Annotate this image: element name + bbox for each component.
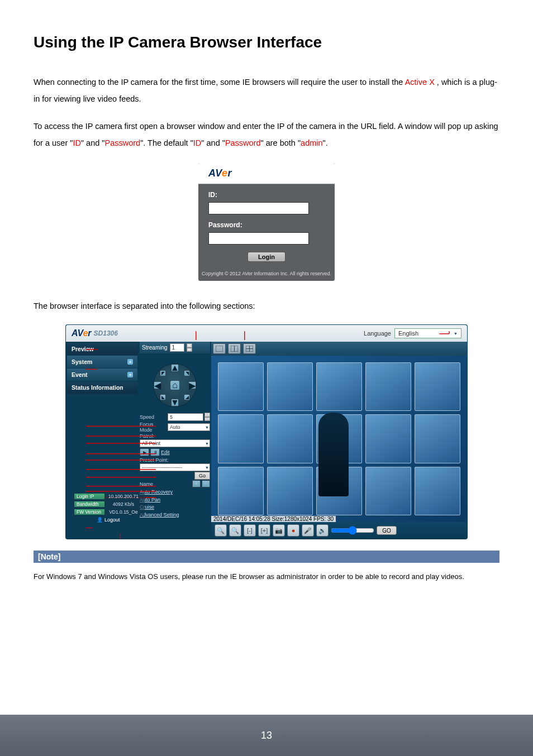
auto-pan-link[interactable]: Auto Pan: [140, 496, 210, 504]
id-input[interactable]: [208, 202, 309, 214]
sidebar-preview-label: Preview: [72, 346, 94, 352]
login-copyright: Copyright © 2012 AVer Information Inc. A…: [198, 267, 335, 281]
chevron-down-icon: ▼: [205, 466, 209, 470]
login-ip-value: 10.100.200.71: [104, 494, 142, 499]
patrol-value: All Point: [142, 441, 160, 446]
ptz-dial: ▲ ▼ ◀ ▶ ◤ ◥ ◣ ◢ ⌂: [153, 363, 197, 407]
ptz-downright-button[interactable]: ◢: [184, 394, 190, 400]
ptz-left-button[interactable]: ◀: [154, 381, 161, 389]
ptz-home-button[interactable]: ⌂: [170, 380, 180, 390]
video-timestamp: 2014/DEC/16 14:05:28 Size:1280x1024 FPS:…: [211, 516, 336, 522]
fw-label: FW Version: [74, 509, 104, 515]
language-select[interactable]: English ▼: [394, 328, 461, 338]
sidebar-item-event[interactable]: Event+: [67, 369, 137, 381]
play-button[interactable]: ▶: [140, 448, 149, 456]
paragraph-1: When connecting to the IP camera for the…: [34, 74, 499, 108]
p2-b: " and ": [81, 138, 105, 147]
language-label: Language: [364, 330, 391, 337]
note-title: [Note]: [34, 551, 499, 563]
volume-slider[interactable]: [331, 526, 374, 535]
ptz-up-button[interactable]: ▲: [171, 364, 179, 372]
cruise-link[interactable]: Cruise: [140, 504, 210, 511]
toolbar-go-button[interactable]: GO: [377, 526, 397, 535]
paragraph-2: To access the IP camera first open a bro…: [34, 118, 499, 152]
bandwidth-value: 4092 Kb/s: [104, 501, 142, 507]
p2-id: ID: [73, 138, 81, 147]
preset-select[interactable]: ------------------------▼: [140, 463, 210, 471]
p2-pw2: Password: [225, 138, 261, 147]
p1-activex: Active X: [405, 78, 435, 87]
layout-split-button[interactable]: [228, 343, 241, 354]
p2-id2: ID: [193, 138, 202, 147]
main-heading: Using the IP Camera Browser Interface: [34, 34, 499, 51]
page-number: 13: [261, 730, 272, 741]
p2-e: " are both ": [261, 138, 301, 147]
edit-link[interactable]: Edit: [161, 449, 170, 455]
chevron-down-icon: ▼: [205, 425, 209, 429]
streaming-value[interactable]: 1: [170, 343, 184, 352]
advanced-setting-link[interactable]: Advanced Setting: [140, 511, 210, 519]
sidebar-event-label: Event: [72, 371, 88, 378]
record-button[interactable]: ●: [287, 524, 299, 537]
sidebar: Preview System+ Event+ Status Informatio…: [66, 342, 139, 539]
zoom-out-button[interactable]: 🔍: [215, 524, 227, 537]
p2-f: ".: [323, 138, 328, 147]
bandwidth-label: Bandwidth: [74, 501, 104, 507]
sidebar-system-label: System: [72, 358, 92, 365]
sidebar-item-preview[interactable]: Preview: [67, 343, 137, 355]
add-preset-button[interactable]: +: [192, 480, 201, 487]
spin-down-icon[interactable]: ▼: [187, 348, 192, 352]
snapshot-button[interactable]: 📷: [273, 524, 285, 537]
auto-recovery-link[interactable]: Auto Recovery: [140, 489, 210, 496]
password-label: Password:: [208, 221, 325, 229]
login-button[interactable]: Login: [248, 252, 285, 262]
plus-icon: +: [127, 372, 133, 377]
login-ip-label: Login IP: [74, 494, 104, 499]
p2-c: ". The default ": [140, 138, 193, 147]
zoom-in-button[interactable]: 🔍: [229, 524, 241, 537]
fw-value: VD1.0.15_Oe: [104, 509, 142, 515]
video-preview: 2014/DEC/16 14:05:28 Size:1280x1024 FPS:…: [211, 356, 467, 522]
spin-up-icon[interactable]: ▲: [187, 343, 192, 348]
mic-button[interactable]: 🎤: [302, 524, 314, 537]
speaker-button[interactable]: 🔈: [316, 524, 329, 537]
preset-go-button[interactable]: Go: [194, 472, 210, 480]
focus-far-button[interactable]: [+]: [258, 524, 270, 537]
ptz-down-button[interactable]: ▼: [171, 399, 179, 406]
streaming-label: Streaming: [142, 344, 168, 351]
sidebar-item-status[interactable]: Status Information: [67, 381, 137, 394]
plus-icon: +: [127, 359, 133, 365]
id-label: ID:: [208, 191, 325, 199]
spin-up-icon[interactable]: ▲: [204, 413, 210, 417]
language-value: English: [398, 330, 418, 337]
p2-d: " and ": [201, 138, 225, 147]
controls-column: Streaming 1 ▲▼ ▲ ▼ ◀ ▶ ◤ ◥ ◣ ◢ ⌂: [139, 342, 211, 539]
sidebar-item-system[interactable]: System+: [67, 356, 137, 368]
status-info: Login IP10.100.200.71 Bandwidth4092 Kb/s…: [72, 492, 145, 524]
p2-pw: Password: [104, 138, 140, 147]
patrol-select[interactable]: All Point▼: [140, 439, 210, 447]
password-input[interactable]: [208, 232, 309, 245]
focus-mode-select[interactable]: Auto▼: [168, 423, 210, 431]
speed-label: Speed: [140, 414, 166, 420]
layout-1x1-button[interactable]: [213, 343, 226, 354]
video-toolbar: 🔍 🔍 [-] [+] 📷 ● 🎤 🔈 GO: [211, 522, 467, 539]
p1-a: When connecting to the IP camera for the…: [34, 78, 405, 87]
logout-link[interactable]: 👤 Logout: [72, 516, 145, 524]
model-label: SD1306: [94, 329, 118, 337]
spin-down-icon[interactable]: ▼: [204, 417, 210, 422]
focus-mode-label: Focus Mode: [140, 422, 166, 433]
remove-preset-button[interactable]: −: [202, 480, 210, 487]
preset-value: ------------------------: [142, 465, 182, 470]
ptz-upleft-button[interactable]: ◤: [160, 370, 166, 376]
focus-mode-value: Auto: [170, 424, 180, 430]
ptz-upright-button[interactable]: ◥: [184, 370, 190, 376]
layout-quad-button[interactable]: [243, 343, 256, 354]
speed-input[interactable]: 5: [168, 413, 203, 421]
ptz-downleft-button[interactable]: ◣: [160, 394, 166, 400]
name-label: Name: [140, 481, 166, 487]
ptz-right-button[interactable]: ▶: [188, 381, 196, 389]
browser-screenshot: AVer SD1306 Language English ▼ Preview S…: [65, 324, 468, 539]
pause-button[interactable]: ⏸: [150, 448, 160, 456]
focus-near-button[interactable]: [-]: [244, 524, 256, 537]
